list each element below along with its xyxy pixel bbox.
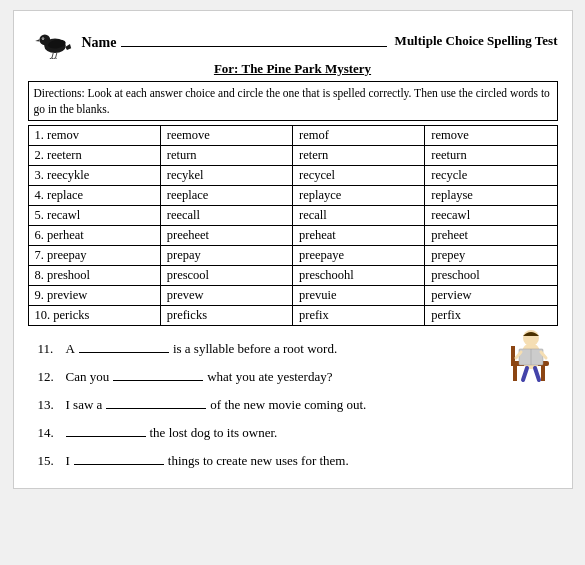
table-cell: 5. recawl bbox=[28, 206, 160, 226]
table-cell: prefix bbox=[293, 306, 425, 326]
fill-number: 13. bbox=[38, 392, 62, 418]
fill-in-section: 11.Ais a syllable before a root word.12.… bbox=[28, 336, 558, 474]
name-underline bbox=[121, 31, 387, 47]
page-title: Multiple Choice Spelling Test bbox=[395, 33, 558, 49]
fill-blank bbox=[74, 449, 164, 465]
table-cell: 2. reetern bbox=[28, 146, 160, 166]
table-cell: 9. preview bbox=[28, 286, 160, 306]
table-cell: perview bbox=[425, 286, 557, 306]
fill-number: 14. bbox=[38, 420, 62, 446]
fill-in-items: 11.Ais a syllable before a root word.12.… bbox=[28, 336, 558, 474]
table-cell: remof bbox=[293, 126, 425, 146]
svg-marker-2 bbox=[35, 39, 39, 41]
table-cell: prevuie bbox=[293, 286, 425, 306]
table-cell: prescool bbox=[160, 266, 292, 286]
svg-line-9 bbox=[52, 58, 53, 59]
header: Name Multiple Choice Spelling Test bbox=[28, 23, 558, 59]
fill-text-after: what you ate yesterday? bbox=[207, 364, 332, 390]
fill-blank bbox=[66, 421, 146, 437]
table-cell: return bbox=[160, 146, 292, 166]
table-cell: preeheet bbox=[160, 226, 292, 246]
table-cell: prevew bbox=[160, 286, 292, 306]
table-cell: reecawl bbox=[425, 206, 557, 226]
reader-illustration bbox=[503, 316, 558, 390]
svg-line-10 bbox=[55, 53, 56, 58]
svg-line-7 bbox=[52, 53, 53, 58]
table-row: 3. reecyklerecykelrecycelrecycle bbox=[28, 166, 557, 186]
table-cell: preschool bbox=[425, 266, 557, 286]
table-cell: 3. reecykle bbox=[28, 166, 160, 186]
name-line: Name bbox=[82, 31, 387, 51]
svg-point-4 bbox=[42, 38, 43, 39]
fill-text-before: I saw a bbox=[66, 392, 103, 418]
fill-blank bbox=[106, 393, 206, 409]
fill-text-after: the lost dog to its owner. bbox=[150, 420, 278, 446]
table-cell: replayce bbox=[293, 186, 425, 206]
table-row: 1. removreemoveremofremove bbox=[28, 126, 557, 146]
fill-item: 12.Can youwhat you ate yesterday? bbox=[38, 364, 495, 390]
table-cell: preficks bbox=[160, 306, 292, 326]
table-cell: preschoohl bbox=[293, 266, 425, 286]
fill-text-before: A bbox=[66, 336, 75, 362]
page: Name Multiple Choice Spelling Test For: … bbox=[13, 10, 573, 489]
table-cell: 1. remov bbox=[28, 126, 160, 146]
fill-number: 15. bbox=[38, 448, 62, 474]
table-cell: preheet bbox=[425, 226, 557, 246]
fill-item: 11.Ais a syllable before a root word. bbox=[38, 336, 495, 362]
table-cell: 7. preepay bbox=[28, 246, 160, 266]
table-row: 5. recawlreecallrecallreecawl bbox=[28, 206, 557, 226]
svg-rect-16 bbox=[511, 346, 515, 366]
table-cell: 10. pericks bbox=[28, 306, 160, 326]
table-cell: preepaye bbox=[293, 246, 425, 266]
table-row: 9. previewprevewprevuieperview bbox=[28, 286, 557, 306]
fill-blank bbox=[79, 337, 169, 353]
fill-text-before: Can you bbox=[66, 364, 110, 390]
fill-blank bbox=[113, 365, 203, 381]
svg-line-23 bbox=[523, 368, 527, 380]
table-cell: recycle bbox=[425, 166, 557, 186]
svg-rect-15 bbox=[541, 366, 545, 381]
fill-text-before: I bbox=[66, 448, 70, 474]
directions-box: Directions: Look at each answer choice a… bbox=[28, 81, 558, 121]
table-cell: recall bbox=[293, 206, 425, 226]
table-cell: 8. preshool bbox=[28, 266, 160, 286]
fill-text-after: of the new movie coming out. bbox=[210, 392, 366, 418]
spelling-table: 1. removreemoveremofremove2. reeternretu… bbox=[28, 125, 558, 326]
fill-item: 15.Ithings to create new uses for them. bbox=[38, 448, 558, 474]
table-cell: recycel bbox=[293, 166, 425, 186]
fill-item: 14.the lost dog to its owner. bbox=[38, 420, 558, 446]
table-row: 10. perickspreficksprefixperfix bbox=[28, 306, 557, 326]
svg-line-24 bbox=[535, 368, 539, 380]
fill-number: 11. bbox=[38, 336, 62, 362]
table-cell: remove bbox=[425, 126, 557, 146]
table-row: 6. perheatpreeheetpreheatpreheet bbox=[28, 226, 557, 246]
svg-rect-14 bbox=[513, 366, 517, 381]
fill-number: 12. bbox=[38, 364, 62, 390]
table-row: 4. replacereeplacereplaycereplayse bbox=[28, 186, 557, 206]
table-cell: prepey bbox=[425, 246, 557, 266]
table-row: 7. preepayprepaypreepayeprepey bbox=[28, 246, 557, 266]
fill-text-after: is a syllable before a root word. bbox=[173, 336, 337, 362]
svg-marker-6 bbox=[65, 44, 71, 50]
svg-line-11 bbox=[53, 58, 55, 59]
table-cell: reemove bbox=[160, 126, 292, 146]
table-cell: prepay bbox=[160, 246, 292, 266]
table-row: 2. reeternreturnreternreeturn bbox=[28, 146, 557, 166]
svg-line-8 bbox=[49, 58, 51, 59]
fill-item: 13.I saw aof the new movie coming out. bbox=[38, 392, 558, 418]
table-cell: reecall bbox=[160, 206, 292, 226]
table-cell: reeturn bbox=[425, 146, 557, 166]
subtitle: For: The Pine Park Mystery bbox=[28, 61, 558, 77]
table-cell: recykel bbox=[160, 166, 292, 186]
table-cell: reeplace bbox=[160, 186, 292, 206]
table-cell: 4. replace bbox=[28, 186, 160, 206]
fill-text-after: things to create new uses for them. bbox=[168, 448, 349, 474]
crow-icon bbox=[28, 23, 76, 59]
table-cell: 6. perheat bbox=[28, 226, 160, 246]
svg-line-12 bbox=[55, 58, 56, 59]
name-label: Name bbox=[82, 35, 117, 51]
table-row: 8. preshoolprescoolpreschoohlpreschool bbox=[28, 266, 557, 286]
table-cell: replayse bbox=[425, 186, 557, 206]
table-cell: retern bbox=[293, 146, 425, 166]
table-cell: preheat bbox=[293, 226, 425, 246]
